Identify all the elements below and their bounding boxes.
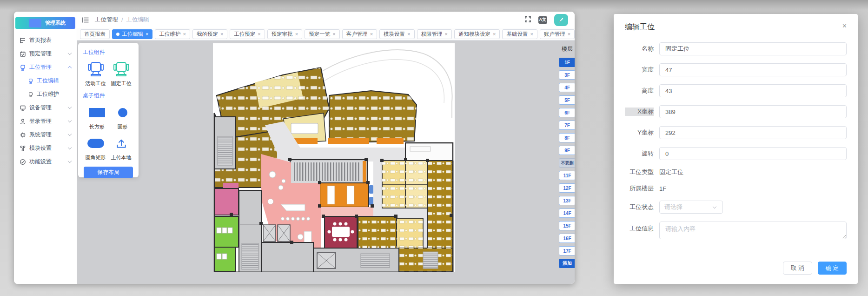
tab-workstation-edit[interactable]: 工位编辑×	[112, 29, 152, 39]
tab-booking-overview[interactable]: 预定一览×	[305, 29, 339, 39]
close-icon[interactable]: ×	[568, 31, 570, 37]
tab-workstation-booking[interactable]: 工位预定×	[230, 29, 265, 39]
user-avatar[interactable]	[554, 14, 568, 26]
close-icon[interactable]: ×	[407, 31, 410, 37]
tab-customer-mgmt[interactable]: 客户管理×	[342, 29, 377, 39]
tab-home-report[interactable]: 首页报表	[80, 29, 110, 39]
breadcrumb-section[interactable]: 工位管理	[95, 16, 118, 24]
close-icon[interactable]: ×	[258, 31, 260, 37]
palette-item-rounded-rect[interactable]: 圆角矩形	[86, 135, 106, 161]
close-icon[interactable]: ×	[332, 31, 335, 37]
report-icon	[20, 37, 26, 44]
floor-button-8f[interactable]: 8F	[559, 133, 575, 142]
chair-green-icon	[111, 61, 132, 78]
floor-button-13f[interactable]: 13F	[559, 196, 575, 205]
tab-basic-settings[interactable]: 基础设置×	[502, 29, 537, 39]
floor-button-7f[interactable]: 7F	[559, 121, 575, 130]
share-nodes-icon	[20, 145, 26, 152]
floor-button-5f[interactable]: 5F	[559, 95, 575, 105]
tab-workstation-maintain[interactable]: 工位维护×	[155, 29, 190, 39]
tab-my-booking[interactable]: 我的预定×	[192, 29, 227, 39]
floor-button-17f[interactable]: 17F	[559, 246, 575, 256]
app-logo: 管理系统	[15, 17, 75, 29]
width-label: 宽度	[625, 66, 654, 74]
rounded-rect-shape-icon	[86, 135, 106, 152]
sidebar: 管理系统 首页报表 预定管理 工位管理 工位编辑 工位维护 设备管理	[14, 12, 77, 284]
translate-icon[interactable]: A文	[538, 16, 548, 24]
close-icon[interactable]: ×	[183, 31, 186, 37]
tab-booking-approval[interactable]: 预定审批×	[267, 29, 302, 39]
floor-plan[interactable]	[213, 43, 455, 272]
palette-item-rectangle[interactable]: 长方形	[89, 104, 105, 130]
floor-button-16f[interactable]: 16F	[559, 234, 575, 243]
chevron-down-icon	[68, 105, 72, 109]
add-floor-button[interactable]: 添加	[559, 259, 575, 268]
palette-item-upload-local[interactable]: 上传本地	[111, 135, 132, 161]
floor-button-12f[interactable]: 12F	[559, 183, 575, 193]
floor-button-3f[interactable]: 3F	[559, 70, 575, 80]
palette-section-table: 桌子组件	[83, 92, 134, 100]
chevron-down-icon	[68, 146, 72, 149]
sidebar-item-module[interactable]: 模块设置	[14, 141, 77, 155]
width-field[interactable]	[659, 63, 847, 76]
floor-button-no-delete[interactable]: 不要删	[559, 158, 575, 168]
x-coordinate-field[interactable]	[659, 105, 847, 118]
tab-permission-mgmt[interactable]: 权限管理×	[417, 29, 452, 39]
chevron-down-icon	[68, 132, 72, 136]
sidebar-item-workstation-mgmt[interactable]: 工位管理	[14, 61, 77, 74]
workstation-status-select[interactable]: 请选择	[659, 201, 723, 214]
close-icon[interactable]: ×	[295, 31, 298, 37]
floor-button-1f[interactable]: 1F	[559, 58, 575, 67]
sidebar-item-home-report[interactable]: 首页报表	[14, 34, 77, 47]
sidebar-item-function[interactable]: 功能设置	[14, 155, 77, 168]
cancel-button[interactable]: 取 消	[783, 262, 812, 275]
close-icon[interactable]: ×	[842, 22, 847, 30]
palette-item-active-seat[interactable]: 活动工位	[86, 61, 106, 87]
save-layout-button[interactable]: 保存布局	[84, 167, 133, 178]
tab-notify-module[interactable]: 通知模块设定×	[454, 29, 500, 39]
floor-selector-title: 楼层	[559, 45, 575, 53]
close-icon[interactable]: ×	[220, 31, 223, 37]
fullscreen-icon[interactable]	[524, 16, 531, 24]
tab-account-mgmt[interactable]: 账户管理×	[540, 29, 575, 39]
close-icon[interactable]: ×	[493, 31, 496, 37]
floor-button-14f[interactable]: 14F	[559, 209, 575, 218]
calendar-check-icon	[20, 51, 26, 57]
close-icon[interactable]: ×	[445, 31, 448, 37]
palette-item-fixed-seat[interactable]: 固定工位	[111, 61, 132, 87]
user-icon	[20, 118, 26, 125]
sidebar-item-system[interactable]: 系统管理	[14, 128, 77, 141]
sidebar-item-booking[interactable]: 预定管理	[14, 47, 77, 61]
select-placeholder: 请选择	[664, 203, 682, 211]
close-icon[interactable]: ×	[146, 31, 148, 37]
workstation-info-field[interactable]	[659, 222, 847, 239]
workstation-info-label: 工位信息	[625, 224, 654, 233]
main-area: 工位管理 / 工位编辑 A文 首页报表 工位编辑× 工位维护× 我的预定× 工位…	[77, 12, 575, 284]
close-icon[interactable]: ×	[530, 31, 533, 37]
pen-icon	[558, 17, 564, 23]
height-field[interactable]	[659, 84, 847, 97]
collapse-menu-icon[interactable]	[82, 17, 89, 23]
floor-button-4f[interactable]: 4F	[559, 83, 575, 92]
tabs-bar: 首页报表 工位编辑× 工位维护× 我的预定× 工位预定× 预定审批× 预定一览×…	[77, 28, 575, 40]
chair-blue-icon	[86, 61, 106, 78]
sidebar-item-workstation-maintain[interactable]: 工位维护	[14, 87, 77, 101]
tab-module-settings[interactable]: 模块设置×	[379, 29, 414, 39]
palette-section-workstation: 工位组件	[83, 48, 134, 56]
sidebar-item-login[interactable]: 登录管理	[14, 114, 77, 128]
seat-icon	[28, 78, 33, 84]
y-coordinate-field[interactable]	[659, 126, 847, 139]
floor-button-9f[interactable]: 9F	[559, 146, 575, 155]
floor-button-11f[interactable]: 11F	[559, 171, 575, 180]
floor-button-15f[interactable]: 15F	[559, 221, 575, 230]
floor-plan-canvas[interactable]	[213, 43, 455, 272]
chevron-down-icon	[68, 159, 72, 163]
confirm-button[interactable]: 确 定	[818, 262, 847, 275]
palette-item-circle[interactable]: 圆形	[118, 104, 128, 130]
rotation-field[interactable]	[659, 147, 847, 160]
name-field[interactable]	[659, 42, 847, 55]
sidebar-item-device[interactable]: 设备管理	[14, 101, 77, 114]
sidebar-item-workstation-edit[interactable]: 工位编辑	[14, 74, 77, 87]
close-icon[interactable]: ×	[370, 31, 373, 37]
floor-button-6f[interactable]: 6F	[559, 108, 575, 117]
